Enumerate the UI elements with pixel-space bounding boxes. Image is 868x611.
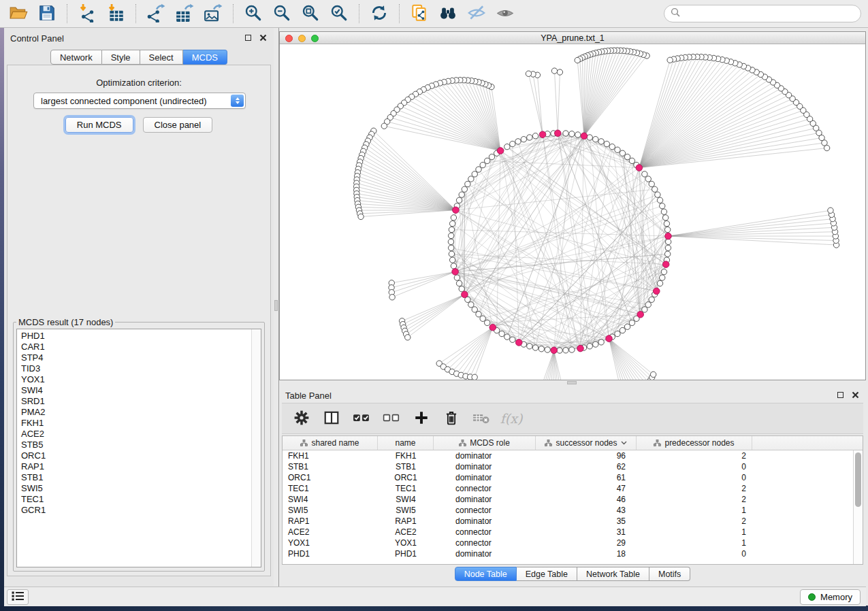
- table-row[interactable]: PHD1 PHD1 dominator 18 0: [283, 548, 863, 559]
- cell-mcds-role: dominator: [434, 516, 536, 527]
- table-tabs: Node Table Edge Table Network Table Moti…: [279, 567, 866, 581]
- column-header[interactable]: MCDS role: [434, 436, 536, 450]
- zoom-fit-button[interactable]: [296, 1, 325, 26]
- import-table-button[interactable]: [101, 1, 130, 26]
- delete-column-button[interactable]: [441, 408, 462, 429]
- table-tab[interactable]: Motifs: [649, 567, 690, 581]
- cell-shared-name: ORC1: [283, 472, 378, 483]
- column-type-icon: [654, 440, 661, 446]
- table-tab[interactable]: Edge Table: [517, 567, 577, 581]
- table-body: FKH1 FKH1 dominator 96 2 STB1 STB1 domin…: [283, 450, 863, 559]
- memory-status-dot: [808, 593, 816, 601]
- toolbar-separator: [135, 4, 136, 23]
- table-row[interactable]: STB1 STB1 dominator 62 0: [283, 461, 863, 472]
- first-neighbors-button[interactable]: [434, 1, 462, 26]
- scrollbar-thumb[interactable]: [855, 452, 861, 507]
- table-scrollbar[interactable]: [853, 450, 863, 564]
- table-row[interactable]: ORC1 ORC1 dominator 61 0: [283, 472, 863, 483]
- import-network-button[interactable]: [73, 1, 101, 26]
- vertical-splitter[interactable]: [274, 28, 279, 587]
- memory-button[interactable]: Memory: [800, 589, 861, 605]
- clone-network-button[interactable]: [405, 1, 434, 26]
- panel-list-button[interactable]: [7, 589, 29, 605]
- table-toolbar: f(x): [282, 403, 863, 434]
- cell-mcds-role: connector: [434, 527, 536, 538]
- close-mcds-panel-button[interactable]: Close panel: [143, 117, 213, 133]
- float-table-panel-icon[interactable]: [835, 390, 846, 400]
- table-row[interactable]: ACE2 ACE2 connector 31 1: [283, 527, 863, 538]
- import-table-icon: [106, 3, 125, 24]
- cell-shared-name: PHD1: [283, 548, 378, 559]
- table-row[interactable]: SWI4 SWI4 dominator 46 2: [283, 494, 863, 505]
- network-canvas[interactable]: [280, 44, 865, 380]
- mcds-result-item: YOX1: [21, 374, 251, 385]
- floppy-disk-icon: [37, 3, 57, 24]
- column-header[interactable]: shared name: [283, 436, 378, 450]
- column-header[interactable]: name: [378, 436, 434, 450]
- table-tab[interactable]: Node Table: [455, 567, 517, 581]
- table-row[interactable]: SWI5 SWI5 connector 43 1: [283, 505, 863, 516]
- add-column-button[interactable]: [411, 408, 432, 429]
- checked-boxes-icon: [353, 410, 370, 428]
- table-settings-button[interactable]: [291, 408, 312, 429]
- trash-icon: [443, 410, 460, 428]
- search-box[interactable]: [664, 5, 861, 22]
- splitter-grip[interactable]: [567, 381, 577, 384]
- column-header[interactable]: successor nodes: [536, 436, 637, 450]
- mcds-result-item: STB1: [21, 472, 251, 483]
- export-table-button[interactable]: [170, 1, 199, 26]
- zoom-in-button[interactable]: [239, 1, 268, 26]
- hide-annotations-button[interactable]: [462, 1, 491, 26]
- control-panel-tab[interactable]: Style: [102, 50, 140, 65]
- cell-predecessor-nodes: 2: [637, 450, 752, 461]
- float-panel-icon[interactable]: [243, 33, 253, 43]
- network-window-titlebar[interactable]: YPA_prune.txt_1: [280, 32, 865, 44]
- horizontal-splitter[interactable]: [279, 380, 866, 385]
- import-network-icon: [78, 3, 97, 24]
- table-row[interactable]: FKH1 FKH1 dominator 96 2: [283, 450, 863, 461]
- control-panel-tab[interactable]: MCDS: [183, 50, 227, 65]
- close-panel-icon[interactable]: [258, 33, 268, 43]
- zoom-out-button[interactable]: [268, 1, 296, 26]
- cell-name: YOX1: [378, 538, 434, 548]
- table-row[interactable]: TEC1 TEC1 connector 47 2: [283, 483, 863, 494]
- cell-name: FKH1: [378, 450, 434, 461]
- table-row[interactable]: RAP1 RAP1 dominator 35 2: [283, 516, 863, 527]
- column-header[interactable]: predecessor nodes: [637, 436, 752, 450]
- toolbar-separator: [67, 4, 67, 23]
- search-input[interactable]: [684, 9, 854, 19]
- column-visibility-button[interactable]: [321, 408, 342, 429]
- mcds-panel: Optimization criterion: largest connecte…: [7, 65, 271, 576]
- cell-name: ACE2: [378, 527, 434, 538]
- select-all-button[interactable]: [351, 408, 372, 429]
- show-annotations-button[interactable]: [491, 1, 519, 26]
- mcds-result-item: PMA2: [21, 407, 251, 418]
- cell-name: SWI5: [378, 505, 434, 516]
- refresh-layout-button[interactable]: [365, 1, 393, 26]
- deselect-all-button[interactable]: [381, 408, 402, 429]
- result-scrollbar[interactable]: [251, 329, 261, 567]
- open-file-button[interactable]: [4, 1, 33, 26]
- export-network-button[interactable]: [142, 1, 170, 26]
- mcds-result-list[interactable]: PHD1 CAR1 STP4 TID3 YOX1 SWI4 SRD1: [16, 329, 261, 567]
- export-image-button[interactable]: [199, 1, 227, 26]
- cell-successor-nodes: 62: [536, 461, 637, 472]
- criterion-dropdown[interactable]: largest connected component (undirected): [33, 93, 246, 109]
- function-builder-button-disabled: f(x): [501, 408, 521, 429]
- control-panel-tab[interactable]: Select: [140, 50, 183, 65]
- cell-name: STB1: [378, 461, 434, 472]
- cell-predecessor-nodes: 0: [637, 472, 752, 483]
- close-table-panel-icon[interactable]: [850, 390, 861, 400]
- zoom-selected-button[interactable]: [325, 1, 353, 26]
- memory-label: Memory: [820, 592, 852, 602]
- splitter-grip[interactable]: [274, 300, 278, 311]
- control-panel-tab[interactable]: Network: [50, 50, 102, 65]
- table-tab[interactable]: Network Table: [577, 567, 649, 581]
- table-row[interactable]: YOX1 YOX1 connector 29 1: [283, 538, 863, 548]
- cell-mcds-role: dominator: [434, 450, 536, 461]
- zoom-fit-icon: [301, 3, 320, 24]
- save-session-button[interactable]: [33, 1, 61, 26]
- criterion-dropdown-value: largest connected component (undirected): [34, 96, 207, 106]
- run-mcds-button[interactable]: Run MCDS: [65, 117, 133, 133]
- cell-predecessor-nodes: 1: [637, 505, 752, 516]
